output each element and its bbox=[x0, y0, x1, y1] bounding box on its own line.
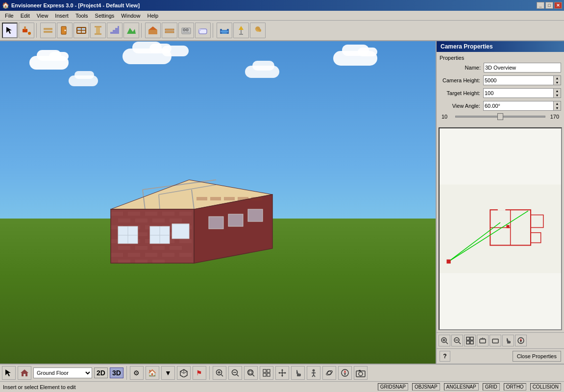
svg-rect-24 bbox=[165, 31, 174, 33]
name-row: Name: 3D Overview bbox=[440, 63, 561, 73]
kitchen-tool-btn[interactable] bbox=[178, 23, 194, 38]
bottom-home-btn[interactable] bbox=[18, 366, 31, 380]
objsnap-indicator[interactable]: OBJSNAP bbox=[412, 383, 440, 391]
zoom-in-map-btn[interactable] bbox=[439, 335, 450, 346]
bottom-separator-1 bbox=[126, 366, 127, 380]
lamp-tool-btn[interactable] bbox=[233, 23, 249, 38]
camera-height-input[interactable]: 5000 bbox=[483, 75, 553, 85]
wall-tool-btn[interactable] bbox=[40, 23, 56, 38]
svg-rect-49 bbox=[118, 219, 130, 222]
pan-btn[interactable] bbox=[275, 366, 289, 380]
name-value[interactable]: 3D Overview bbox=[484, 63, 561, 73]
view-angle-up[interactable]: ▲ bbox=[554, 101, 561, 106]
bottom-tool-2[interactable]: 🏠 bbox=[146, 366, 159, 380]
bottom-filter-btn[interactable]: ▼ bbox=[161, 366, 175, 380]
svg-line-123 bbox=[459, 342, 461, 344]
main-content: Camera Properties Properties Name: 3D Ov… bbox=[0, 41, 564, 364]
camera-height-down[interactable]: ▼ bbox=[554, 80, 561, 85]
menu-edit[interactable]: Edit bbox=[18, 12, 33, 19]
mini-map[interactable] bbox=[439, 127, 562, 330]
anglesnap-indicator[interactable]: ANGLESNAP bbox=[444, 383, 479, 391]
angle-slider-track[interactable] bbox=[455, 116, 545, 118]
column-tool-btn[interactable] bbox=[90, 23, 106, 38]
compass-btn[interactable] bbox=[338, 366, 352, 380]
svg-line-152 bbox=[252, 375, 254, 377]
zoom-out-btn[interactable] bbox=[228, 366, 242, 380]
stairs-tool-btn[interactable] bbox=[107, 23, 123, 38]
menu-insert[interactable]: Insert bbox=[52, 12, 72, 19]
view-angle-down[interactable]: ▼ bbox=[554, 106, 561, 110]
svg-rect-46 bbox=[145, 212, 157, 216]
collision-indicator[interactable]: COLLISION bbox=[530, 383, 561, 391]
select-tool-btn[interactable] bbox=[2, 23, 18, 38]
hand-tool-btn[interactable] bbox=[502, 335, 514, 346]
menu-help[interactable]: Help bbox=[144, 12, 161, 19]
bath-tool-btn[interactable] bbox=[195, 23, 211, 38]
close-button[interactable]: ✕ bbox=[554, 2, 562, 9]
bottom-cube-btn[interactable] bbox=[177, 366, 191, 380]
landscape-tool-btn[interactable] bbox=[123, 23, 139, 38]
svg-rect-52 bbox=[170, 219, 182, 222]
help-button[interactable]: ? bbox=[440, 351, 450, 362]
target-height-down[interactable]: ▼ bbox=[554, 93, 561, 98]
door-tool-btn[interactable] bbox=[57, 23, 73, 38]
toolbar bbox=[0, 21, 564, 41]
camera-btn[interactable] bbox=[354, 366, 368, 380]
svg-rect-157 bbox=[267, 373, 270, 376]
zoom-all-btn[interactable] bbox=[260, 366, 273, 380]
close-properties-button[interactable]: Close Properties bbox=[513, 351, 561, 362]
roof-tool-btn[interactable] bbox=[145, 23, 161, 38]
svg-rect-74 bbox=[162, 253, 174, 257]
hand-pan-btn[interactable] bbox=[291, 366, 305, 380]
maximize-button[interactable]: □ bbox=[545, 2, 553, 9]
ortho-indicator[interactable]: ORTHO bbox=[504, 383, 526, 391]
rotate-map-btn[interactable] bbox=[490, 335, 501, 346]
bottom-select-btn[interactable] bbox=[2, 366, 16, 380]
window-tool-btn[interactable] bbox=[74, 23, 89, 38]
view-3d-button[interactable]: 3D bbox=[110, 368, 123, 378]
terrain-tool-btn[interactable] bbox=[250, 23, 266, 38]
svg-point-151 bbox=[247, 370, 253, 375]
sofa-tool-btn[interactable] bbox=[217, 23, 232, 38]
pan-map-btn[interactable] bbox=[477, 335, 489, 346]
menu-tools[interactable]: Tools bbox=[73, 12, 91, 19]
view-2d-button[interactable]: 2D bbox=[94, 368, 108, 378]
paint-tool-btn[interactable] bbox=[19, 23, 34, 38]
zoom-window-btn[interactable] bbox=[244, 366, 258, 380]
minimize-button[interactable]: _ bbox=[537, 2, 544, 9]
floor-selector[interactable]: Ground Floor First Floor Roof bbox=[33, 368, 92, 378]
angle-slider-thumb[interactable] bbox=[497, 113, 503, 120]
menu-view[interactable]: View bbox=[34, 12, 51, 19]
zoom-out-map-btn[interactable] bbox=[451, 335, 463, 346]
toolbar-separator-1 bbox=[36, 23, 38, 38]
gridsnap-indicator[interactable]: GRIDSNAP bbox=[378, 383, 408, 391]
svg-rect-14 bbox=[96, 27, 100, 33]
properties-group-label: Properties bbox=[440, 55, 561, 61]
svg-rect-71 bbox=[111, 253, 123, 257]
view-angle-input[interactable] bbox=[483, 101, 553, 111]
target-height-up[interactable]: ▲ bbox=[554, 89, 561, 93]
zoom-in-btn[interactable] bbox=[213, 366, 226, 380]
bottom-flag-btn[interactable]: ⚑ bbox=[193, 366, 206, 380]
svg-point-7 bbox=[65, 30, 66, 31]
svg-rect-72 bbox=[128, 253, 140, 257]
svg-rect-34 bbox=[221, 31, 228, 32]
target-height-input[interactable] bbox=[483, 88, 553, 98]
toolbar-separator-2 bbox=[141, 23, 143, 38]
menu-window[interactable]: Window bbox=[118, 12, 143, 19]
camera-height-up[interactable]: ▲ bbox=[554, 76, 561, 80]
viewport-3d[interactable] bbox=[0, 41, 436, 364]
figure-btn[interactable] bbox=[307, 366, 320, 380]
svg-rect-129 bbox=[480, 339, 486, 343]
orbit-btn[interactable] bbox=[322, 366, 336, 380]
svg-rect-12 bbox=[82, 28, 85, 30]
floor-tool-btn[interactable] bbox=[162, 23, 177, 38]
fit-map-btn[interactable] bbox=[464, 335, 476, 346]
menu-settings[interactable]: Settings bbox=[92, 12, 118, 19]
bottom-tool-1[interactable]: ⚙ bbox=[130, 366, 144, 380]
svg-rect-23 bbox=[165, 29, 174, 30]
compass-tool-btn[interactable] bbox=[515, 335, 527, 346]
grid-indicator[interactable]: GRID bbox=[483, 383, 500, 391]
svg-rect-125 bbox=[466, 337, 469, 340]
menu-file[interactable]: File bbox=[2, 12, 17, 19]
